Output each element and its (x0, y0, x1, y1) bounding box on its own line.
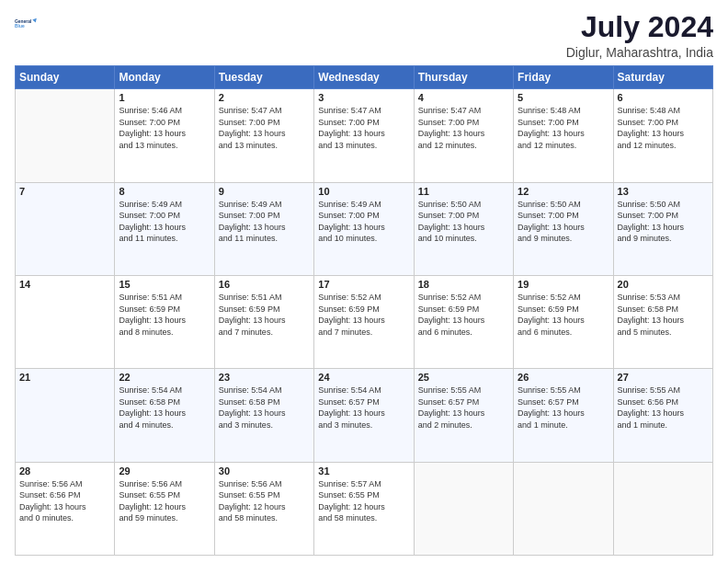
day-info: Sunrise: 5:57 AM Sunset: 6:55 PM Dayligh… (318, 478, 409, 524)
day-info: Sunrise: 5:47 AM Sunset: 7:00 PM Dayligh… (219, 105, 310, 151)
day-info: Sunrise: 5:55 AM Sunset: 6:57 PM Dayligh… (418, 385, 509, 431)
day-info: Sunrise: 5:54 AM Sunset: 6:58 PM Dayligh… (219, 385, 310, 431)
day-info: Sunrise: 5:48 AM Sunset: 7:00 PM Dayligh… (518, 105, 609, 151)
day-number: 10 (318, 186, 409, 197)
day-info: Sunrise: 5:50 AM Sunset: 7:00 PM Dayligh… (418, 199, 509, 245)
subtitle: Diglur, Maharashtra, India (566, 45, 713, 60)
header: GeneralBlue July 2024 Diglur, Maharashtr… (15, 11, 713, 60)
day-info: Sunrise: 5:48 AM Sunset: 7:00 PM Dayligh… (618, 105, 709, 151)
day-info: Sunrise: 5:52 AM Sunset: 6:59 PM Dayligh… (318, 292, 409, 338)
day-number: 2 (219, 92, 310, 103)
day-info: Sunrise: 5:49 AM Sunset: 7:00 PM Dayligh… (219, 199, 310, 245)
day-number: 13 (618, 186, 709, 197)
calendar-header-wednesday: Wednesday (314, 66, 414, 89)
calendar-cell (414, 462, 513, 555)
calendar-cell: 28Sunrise: 5:56 AM Sunset: 6:56 PM Dayli… (16, 462, 115, 555)
calendar-header-tuesday: Tuesday (214, 66, 313, 89)
calendar-week-row: 78Sunrise: 5:49 AM Sunset: 7:00 PM Dayli… (16, 182, 713, 275)
day-number: 4 (418, 92, 509, 103)
day-number: 17 (318, 279, 409, 290)
calendar-week-row: 2122Sunrise: 5:54 AM Sunset: 6:58 PM Day… (16, 369, 713, 462)
calendar-table: SundayMondayTuesdayWednesdayThursdayFrid… (15, 65, 713, 556)
calendar-cell: 25Sunrise: 5:55 AM Sunset: 6:57 PM Dayli… (414, 369, 513, 462)
calendar-cell: 2Sunrise: 5:47 AM Sunset: 7:00 PM Daylig… (214, 89, 313, 182)
calendar-cell: 27Sunrise: 5:55 AM Sunset: 6:56 PM Dayli… (613, 369, 712, 462)
calendar-cell: 9Sunrise: 5:49 AM Sunset: 7:00 PM Daylig… (214, 182, 313, 275)
svg-text:Blue: Blue (15, 24, 25, 29)
calendar-cell: 4Sunrise: 5:47 AM Sunset: 7:00 PM Daylig… (414, 89, 513, 182)
day-number: 8 (119, 186, 210, 197)
day-info: Sunrise: 5:56 AM Sunset: 6:55 PM Dayligh… (219, 478, 310, 524)
day-number: 11 (418, 186, 509, 197)
day-info: Sunrise: 5:56 AM Sunset: 6:56 PM Dayligh… (19, 478, 110, 524)
calendar-cell: 15Sunrise: 5:51 AM Sunset: 6:59 PM Dayli… (115, 275, 214, 368)
day-number: 27 (618, 372, 709, 383)
day-number: 23 (219, 372, 310, 383)
calendar-cell: 14 (16, 275, 115, 368)
day-info: Sunrise: 5:49 AM Sunset: 7:00 PM Dayligh… (318, 199, 409, 245)
calendar-cell: 8Sunrise: 5:49 AM Sunset: 7:00 PM Daylig… (115, 182, 214, 275)
calendar-cell: 16Sunrise: 5:51 AM Sunset: 6:59 PM Dayli… (214, 275, 313, 368)
day-info: Sunrise: 5:55 AM Sunset: 6:56 PM Dayligh… (618, 385, 709, 431)
calendar-cell: 19Sunrise: 5:52 AM Sunset: 6:59 PM Dayli… (514, 275, 613, 368)
calendar-week-row: 1Sunrise: 5:46 AM Sunset: 7:00 PM Daylig… (16, 89, 713, 182)
calendar-cell: 18Sunrise: 5:52 AM Sunset: 6:59 PM Dayli… (414, 275, 513, 368)
day-number: 6 (618, 92, 709, 103)
day-number: 31 (318, 465, 409, 477)
calendar-header-sunday: Sunday (16, 66, 115, 89)
calendar-week-row: 1415Sunrise: 5:51 AM Sunset: 6:59 PM Day… (16, 275, 713, 368)
day-info: Sunrise: 5:50 AM Sunset: 7:00 PM Dayligh… (618, 199, 709, 245)
day-info: Sunrise: 5:51 AM Sunset: 6:59 PM Dayligh… (119, 292, 210, 338)
calendar-cell: 11Sunrise: 5:50 AM Sunset: 7:00 PM Dayli… (414, 182, 513, 275)
calendar-cell: 10Sunrise: 5:49 AM Sunset: 7:00 PM Dayli… (314, 182, 414, 275)
calendar-cell: 13Sunrise: 5:50 AM Sunset: 7:00 PM Dayli… (613, 182, 712, 275)
calendar-header-saturday: Saturday (613, 66, 712, 89)
day-number: 5 (518, 92, 609, 103)
day-number: 30 (219, 465, 310, 477)
day-info: Sunrise: 5:55 AM Sunset: 6:57 PM Dayligh… (518, 385, 609, 431)
day-number: 20 (618, 279, 709, 290)
calendar-cell: 21 (16, 369, 115, 462)
calendar-cell: 20Sunrise: 5:53 AM Sunset: 6:58 PM Dayli… (613, 275, 712, 368)
logo-icon: GeneralBlue (15, 11, 40, 37)
day-number: 21 (19, 372, 110, 383)
day-info: Sunrise: 5:56 AM Sunset: 6:55 PM Dayligh… (119, 478, 210, 524)
day-info: Sunrise: 5:49 AM Sunset: 7:00 PM Dayligh… (119, 199, 210, 245)
calendar-cell: 30Sunrise: 5:56 AM Sunset: 6:55 PM Dayli… (214, 462, 313, 555)
day-number: 19 (518, 279, 609, 290)
calendar-cell: 22Sunrise: 5:54 AM Sunset: 6:58 PM Dayli… (115, 369, 214, 462)
calendar-cell: 12Sunrise: 5:50 AM Sunset: 7:00 PM Dayli… (514, 182, 613, 275)
calendar-cell: 6Sunrise: 5:48 AM Sunset: 7:00 PM Daylig… (613, 89, 712, 182)
day-number: 25 (418, 372, 509, 383)
day-info: Sunrise: 5:54 AM Sunset: 6:58 PM Dayligh… (119, 385, 210, 431)
logo: GeneralBlue (15, 11, 40, 37)
day-number: 22 (119, 372, 210, 383)
day-number: 28 (19, 465, 110, 477)
day-number: 29 (119, 465, 210, 477)
day-number: 1 (119, 92, 210, 103)
day-info: Sunrise: 5:51 AM Sunset: 6:59 PM Dayligh… (219, 292, 310, 338)
calendar-cell: 1Sunrise: 5:46 AM Sunset: 7:00 PM Daylig… (115, 89, 214, 182)
day-number: 9 (219, 186, 310, 197)
calendar-cell (514, 462, 613, 555)
main-title: July 2024 (566, 11, 713, 43)
day-number: 14 (19, 279, 110, 290)
day-number: 24 (318, 372, 409, 383)
day-number: 16 (219, 279, 310, 290)
calendar-cell: 17Sunrise: 5:52 AM Sunset: 6:59 PM Dayli… (314, 275, 414, 368)
day-number: 7 (19, 186, 110, 197)
svg-text:General: General (15, 19, 32, 24)
day-number: 18 (418, 279, 509, 290)
day-info: Sunrise: 5:54 AM Sunset: 6:57 PM Dayligh… (318, 385, 409, 431)
calendar-cell: 7 (16, 182, 115, 275)
page: GeneralBlue July 2024 Diglur, Maharashtr… (0, 0, 728, 563)
calendar-header-monday: Monday (115, 66, 214, 89)
svg-marker-2 (32, 18, 37, 23)
calendar-cell (16, 89, 115, 182)
day-info: Sunrise: 5:52 AM Sunset: 6:59 PM Dayligh… (518, 292, 609, 338)
day-info: Sunrise: 5:47 AM Sunset: 7:00 PM Dayligh… (318, 105, 409, 151)
calendar-header-friday: Friday (514, 66, 613, 89)
day-info: Sunrise: 5:53 AM Sunset: 6:58 PM Dayligh… (618, 292, 709, 338)
day-info: Sunrise: 5:50 AM Sunset: 7:00 PM Dayligh… (518, 199, 609, 245)
calendar-cell: 31Sunrise: 5:57 AM Sunset: 6:55 PM Dayli… (314, 462, 414, 555)
